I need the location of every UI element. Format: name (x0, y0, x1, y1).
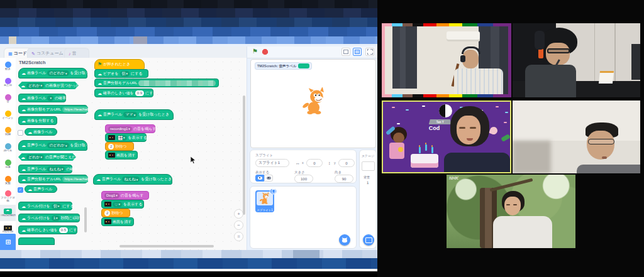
sprite-y-input[interactable]: 0 (338, 159, 355, 167)
script-microbit-display-heart-block[interactable]: ♡ を表示する (101, 200, 144, 209)
workspace-horizontal-scrollbar[interactable] (119, 245, 214, 247)
tm2-cloud-icon (21, 96, 26, 100)
zoom-reset-button[interactable]: = (234, 232, 243, 241)
code-workspace[interactable]: が押されたとき ビデオを 切 にする 音声分類モデルURL 確率のしきい値を 0… (88, 58, 247, 250)
video-tile-participant-5[interactable]: NHK (447, 175, 575, 248)
sprite-size-input[interactable]: 100 (294, 175, 313, 183)
script-microbit-clear-block[interactable]: 画面を消す (101, 217, 134, 226)
sprite-tile-selected[interactable]: スプライト1 (255, 190, 274, 212)
add-extension-button[interactable]: ⊞ (0, 234, 16, 250)
palette-block-image-label-received[interactable]: 画像ラベル のどれか を受け取ったとき (18, 68, 87, 79)
category-sensing[interactable]: 調べる (0, 139, 16, 156)
script-video-off-block[interactable]: ビデオを 切 にする (94, 69, 148, 78)
category-events[interactable]: イベント (0, 107, 16, 123)
led-pattern-dropdown[interactable] (116, 135, 127, 141)
variable-monitor[interactable]: TM2Scratch: 音声ラベル (255, 62, 312, 70)
script-flag-clicked-hat[interactable]: が押されたとき (94, 59, 145, 70)
script-wait-2-block[interactable]: 2 秒待つ (105, 142, 134, 151)
sprite-x-input[interactable]: 0 (306, 159, 323, 167)
palette-block-sound-model-url[interactable]: 音声分類モデルURL https://teachable (18, 175, 87, 183)
script-threshold-block[interactable]: 確率のしきい値を 0.9 にする (94, 89, 153, 97)
script-sound-model-url-block[interactable]: 音声分類モデルURL (94, 79, 219, 87)
scratch-cat-sprite[interactable] (300, 87, 329, 116)
participant-4-mouth (602, 156, 607, 159)
zoom-in-button[interactable]: + (234, 209, 243, 219)
script-microbit-display-pattern-block[interactable]: を表示する (105, 133, 147, 142)
palette-scrollbar[interactable] (84, 207, 87, 232)
category-sound[interactable]: 音 (0, 90, 16, 107)
palette-reporter-image-label[interactable]: 画像ラベル (25, 128, 57, 136)
editor-tab-bar: ▦ コード ✎ コスチューム ♪ 音 (0, 46, 247, 58)
backdrop-thumbnail[interactable] (362, 161, 375, 171)
category-myblocks[interactable]: ブロック定義 (0, 188, 16, 205)
gaming-headset (535, 31, 545, 50)
tab-sounds[interactable]: ♪ 音 (64, 48, 89, 58)
palette-reporter-sound-label[interactable]: 音声ラベル (25, 185, 57, 193)
curtain-left (392, 26, 417, 89)
category-control[interactable]: 制御 (0, 123, 16, 139)
monitor-checkbox-image-label[interactable] (18, 130, 23, 136)
stop-button[interactable] (262, 49, 268, 55)
hide-sprite-button[interactable] (264, 175, 273, 182)
script-play-dog1-block[interactable]: Dog1 の音を鳴らす (101, 191, 149, 200)
video-tile-participant-3-active-speaker[interactable]: Ten Y Cod (382, 100, 511, 173)
delete-sprite-badge[interactable] (270, 188, 277, 195)
mosaic-row (0, 27, 377, 36)
blurred-foreground (513, 141, 551, 173)
add-backdrop-button[interactable] (363, 234, 374, 246)
zoom-out-button[interactable]: − (234, 220, 243, 230)
url-input-redacted[interactable] (138, 80, 216, 86)
large-stage-button[interactable] (353, 48, 362, 56)
script-microbit-clear-block[interactable]: 画面を消す (105, 151, 138, 160)
sprite-direction-input[interactable]: 90 (335, 175, 353, 183)
video-tile-participant-1[interactable] (382, 23, 511, 97)
palette-block-classify-image[interactable]: 画像を分類する (18, 116, 57, 125)
palette-block-image-model-url[interactable]: 画像分類モデルURL https://teachable (18, 105, 87, 114)
workspace-vertical-scrollbar[interactable] (243, 95, 245, 215)
palette-block-sound-label-received[interactable]: 音声ラベル のどれか を受け取ったとき (18, 140, 87, 151)
show-label: 表示する (255, 170, 269, 175)
palette-block-image-confidence[interactable]: 画像ラベル の確率 (18, 94, 66, 102)
participant-5-video: NHK (447, 175, 575, 248)
category-operators[interactable]: 演算 (0, 156, 16, 172)
participant-3-shirt (444, 153, 510, 172)
x-arrow-icon: ↔ (296, 161, 300, 165)
url-input[interactable]: https://teachable (62, 177, 89, 182)
palette-block-image-found[interactable]: どれか の画像が見つかった (18, 82, 79, 89)
palette-block-label-interval[interactable]: ラベル付けを 1 秒間に1回行う (18, 214, 80, 222)
coderdojo-banner: Ten Y (429, 119, 452, 124)
category-looks[interactable]: 見た目 (0, 74, 16, 90)
script-sound-label-mama-hat[interactable]: 音声ラベル ママ を受け取ったとき (94, 109, 174, 120)
monitor-checkbox-sound-label[interactable] (18, 187, 23, 193)
palette-block-labeling-onoff[interactable]: ラベル付けを 切 にする (18, 202, 72, 210)
tm2scratch-extension-icon (4, 209, 12, 214)
small-stage-button[interactable] (341, 48, 350, 56)
add-sprite-button[interactable] (339, 234, 350, 246)
show-sprite-button[interactable] (255, 175, 264, 182)
sprite-name-input[interactable]: スプライト1 (255, 159, 289, 167)
video-tile-participant-4[interactable] (513, 100, 640, 173)
palette-block-partial[interactable] (18, 237, 55, 245)
stage-selector-panel[interactable]: ステージ 背景 1 (359, 149, 377, 249)
fullscreen-button[interactable] (365, 48, 374, 56)
palette-block-confidence-threshold[interactable]: 確率のしきい値を 0.5 にする (18, 225, 77, 234)
category-variables[interactable]: 変数 (0, 172, 16, 188)
mosaic-cell (9, 36, 16, 44)
palette-block-sound-heard[interactable]: どれか の音声が聞こえた (18, 153, 76, 161)
palette-block-sound-confidence[interactable]: 音声ラベル ねえね の確率 (18, 165, 72, 173)
category-motion[interactable]: 動き (0, 58, 16, 74)
script-sound-label-neene-hat[interactable]: 音声ラベル ねえね を受け取ったとき (93, 174, 172, 185)
sprite-info-panel: スプライト スプライト1 ↔ x 0 ↕ y 0 表示する 大きさ 100 向き… (250, 149, 357, 183)
category-tm2scratch[interactable]: TM2Scratch (0, 205, 16, 221)
stage[interactable]: TM2Scratch: 音声ラベル (250, 59, 376, 148)
coderdojo-logo (439, 104, 452, 117)
eye-icon (258, 177, 262, 180)
mosaic-row (0, 18, 377, 27)
mosaic-cell (133, 36, 147, 44)
script-wait-2-block[interactable]: 2 秒待つ (101, 209, 130, 217)
green-flag-button[interactable]: ⚑ (252, 48, 258, 55)
url-input[interactable]: https://teachable (62, 107, 89, 112)
costume-brush-icon: ✎ (31, 52, 35, 56)
video-tile-participant-2[interactable] (513, 23, 640, 97)
script-play-recording1-block[interactable]: recording1 の音を鳴らす (105, 124, 155, 133)
